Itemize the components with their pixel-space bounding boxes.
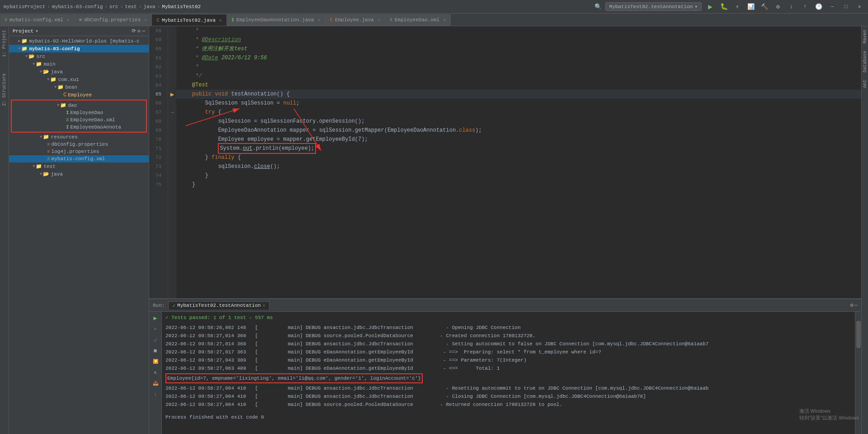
tree-item-src[interactable]: ▼ 📂 src xyxy=(9,52,149,60)
tree-item-mybatis02[interactable]: ▶ 📁 mybatis-02-HelloWorld-plus [mybatis-… xyxy=(9,37,149,45)
code-line-60[interactable]: * 使用注解开发test xyxy=(176,44,861,53)
run-test-result-icon[interactable]: ✓ xyxy=(151,324,160,334)
tab-close[interactable]: ✕ xyxy=(377,17,380,23)
tree-item-employee-class[interactable]: C Employee xyxy=(9,91,149,99)
run-export-icon[interactable]: 📤 xyxy=(151,379,160,388)
breadcrumb-src[interactable]: src xyxy=(109,4,118,10)
dropdown-icon[interactable]: ▾ xyxy=(35,28,38,34)
run-rerun-icon[interactable]: ↺ xyxy=(151,335,160,344)
tree-item-java[interactable]: ▼ 📂 java xyxy=(9,68,149,76)
ant-tab[interactable]: Ant xyxy=(862,76,868,91)
vcs-push-button[interactable]: ↑ xyxy=(800,2,810,12)
code-line-62[interactable]: * xyxy=(176,62,861,72)
tab-dbconfig[interactable]: ≡ dbConfig.properties ✕ xyxy=(75,14,152,26)
sync-icon[interactable]: ⟳ xyxy=(132,28,136,34)
cog-icon[interactable]: ⚙ xyxy=(137,28,141,34)
run-tab[interactable]: ✓ MybatisTest02.testAnnotation ✕ xyxy=(168,301,269,310)
tree-item-java-test[interactable]: ▼ 📂 java xyxy=(9,170,149,178)
run-output[interactable]: ✓ Tests passed: 1 of 1 test – 557 ms 202… xyxy=(162,312,855,434)
tree-item-label: src xyxy=(36,54,45,59)
tab-close[interactable]: ✕ xyxy=(144,17,147,23)
window-close[interactable]: ✕ xyxy=(854,2,864,12)
run-filter-icon[interactable]: 🔽 xyxy=(151,357,160,366)
code-line-67[interactable]: try { xyxy=(176,108,861,117)
tree-item-employeedaoannotation[interactable]: I EmployeeDaoAnnota xyxy=(12,124,146,131)
search-icon[interactable]: 🔍 xyxy=(594,3,602,10)
folder-icon: 📁 xyxy=(60,102,66,108)
comment-token: * xyxy=(179,62,198,72)
run-button[interactable]: ▶ xyxy=(705,2,715,12)
breadcrumb-java[interactable]: java xyxy=(143,4,155,10)
run-sort-icon[interactable]: ⇅ xyxy=(151,368,160,377)
history-button[interactable]: 🕐 xyxy=(814,2,824,12)
tree-item-dbconfig[interactable]: ≡ dbConfig.properties xyxy=(9,141,149,148)
code-line-66[interactable]: SqlSession sqlSession = null; xyxy=(176,99,861,108)
tree-item-resources[interactable]: ▼ 📁 resources xyxy=(9,133,149,141)
structure-tab[interactable]: Z: Structure xyxy=(1,70,8,110)
code-line-73[interactable]: sqlSession.close(); xyxy=(176,162,861,171)
tree-item-bean[interactable]: ▼ 📁 bean xyxy=(9,83,149,91)
code-line-65[interactable]: public void testAnnotation() { xyxy=(176,90,861,99)
profile-button[interactable]: 📊 xyxy=(746,2,756,12)
minimize-icon[interactable]: — xyxy=(854,302,858,309)
run-stop-icon[interactable]: ■ xyxy=(151,346,160,355)
code-line-70[interactable]: Employee employee = mapper.getEmployeeBy… xyxy=(176,135,861,144)
build-button[interactable]: 🔨 xyxy=(760,2,769,12)
tab-employee[interactable]: C Employee.java ✕ xyxy=(326,14,385,26)
code-line-72[interactable]: } finally { xyxy=(176,153,861,162)
code-container[interactable]: 58 59 60 61 62 63 64 65 66 67 68 69 70 7… xyxy=(149,26,861,298)
tab-employeedaoannotation[interactable]: I EmployeeDaoAnnotation.java ✕ xyxy=(227,14,326,26)
tree-item-mybatis03[interactable]: ▼ 📁 mybatis-03-config xyxy=(9,45,149,52)
tab-close[interactable]: ✕ xyxy=(443,17,446,23)
run-play-icon[interactable]: ▶ xyxy=(151,314,160,323)
tab-mybatis-config[interactable]: X mybatis-config.xml ✕ xyxy=(0,14,75,26)
maven-tab[interactable]: Maven xyxy=(862,26,868,47)
database-tab[interactable]: Database xyxy=(862,47,868,76)
tree-item-mybatis-config-xml[interactable]: X mybatis-config.xml xyxy=(9,155,149,162)
code-line-58[interactable]: * xyxy=(176,26,861,35)
tree-item-employeedao[interactable]: I EmployeeDao xyxy=(12,109,146,116)
gutter-60 xyxy=(168,44,176,53)
comment-token: * xyxy=(179,26,198,35)
code-line-64[interactable]: @Test xyxy=(176,81,861,90)
run-tab-close[interactable]: ✕ xyxy=(263,303,265,308)
project-tab[interactable]: 1: Project xyxy=(1,26,8,61)
coverage-button[interactable]: ⚡ xyxy=(732,2,742,12)
code-line-69[interactable]: EmployeeDaoAnnotation mapper = sqlSessio… xyxy=(176,126,861,135)
tab-close[interactable]: ✕ xyxy=(219,18,222,23)
tab-close[interactable]: ✕ xyxy=(317,17,320,23)
code-line-75[interactable]: } xyxy=(176,180,861,189)
tab-employeedao-xml[interactable]: X EmployeeDao.xml ✕ xyxy=(385,14,451,26)
code-line-68[interactable]: sqlSession = sqlSessionFactory.openSessi… xyxy=(176,117,861,126)
run-scroll-icon[interactable]: ↓ xyxy=(151,390,160,399)
tree-item-test[interactable]: ▼ 📁 test xyxy=(9,162,149,170)
breadcrumb-sep2: › xyxy=(104,4,108,10)
window-min[interactable]: ─ xyxy=(827,2,837,12)
collapse-icon[interactable]: — xyxy=(142,28,145,34)
tree-item-log4j[interactable]: ≡ log4j.properties xyxy=(9,148,149,155)
tab-close[interactable]: ✕ xyxy=(67,17,70,23)
code-line-61[interactable]: * @Date 2022/6/12 9:56 xyxy=(176,53,861,62)
breadcrumb-file[interactable]: MybatisTest02 xyxy=(162,4,201,10)
debug-button[interactable]: 🐛 xyxy=(719,2,729,12)
code-line-63[interactable]: */ xyxy=(176,72,861,81)
code-line-74[interactable]: } xyxy=(176,171,861,180)
breadcrumb-test[interactable]: test xyxy=(125,4,137,10)
line-num-73: 73 xyxy=(149,162,164,171)
settings-icon[interactable]: ⚙ xyxy=(850,302,854,309)
code-line-59[interactable]: * @Description xyxy=(176,35,861,44)
window-max[interactable]: □ xyxy=(841,2,851,12)
tree-item-main[interactable]: ▼ 📁 main xyxy=(9,60,149,68)
test-result-text: Tests passed: 1 of 1 test – 557 ms xyxy=(171,315,273,320)
run-config[interactable]: MybatisTest02.testAnnotation ▾ xyxy=(605,2,702,11)
tree-item-comxu1[interactable]: ▼ 📁 com.xu1 xyxy=(9,76,149,83)
code-line-71[interactable]: System.out.println(employee); xyxy=(176,144,861,153)
tab-mybatistest02[interactable]: C MybatisTest02.java ✕ xyxy=(152,14,226,26)
settings-button[interactable]: ⚙ xyxy=(773,2,783,12)
tree-item-dao[interactable]: ▼ 📁 dao xyxy=(12,101,146,109)
breadcrumb-project[interactable]: mybatisProject xyxy=(4,4,45,10)
tree-item-employeedao-xml[interactable]: X EmployeeDao.xml xyxy=(12,116,146,124)
vcs-update-button[interactable]: ↓ xyxy=(787,2,797,12)
breadcrumb-module[interactable]: mybatis-03-config xyxy=(52,4,103,10)
code-token: Employee employee = mapper.getEmployeeBy… xyxy=(179,135,368,144)
